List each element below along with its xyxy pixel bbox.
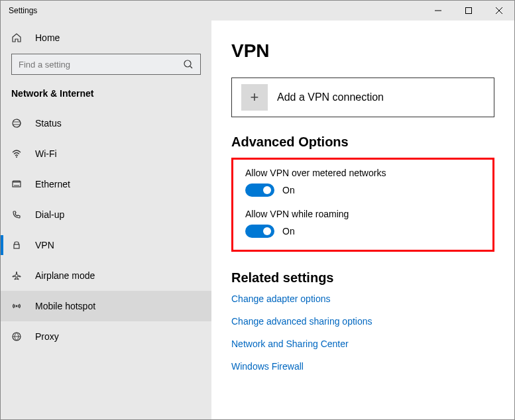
status-icon bbox=[11, 118, 25, 129]
search-icon bbox=[183, 59, 194, 70]
sidebar-item-label: Ethernet bbox=[35, 179, 70, 189]
vpn-icon bbox=[11, 240, 25, 250]
link-advanced-sharing[interactable]: Change advanced sharing options bbox=[231, 316, 494, 327]
metered-state: On bbox=[282, 185, 295, 195]
search-input[interactable] bbox=[11, 54, 201, 75]
svg-point-15 bbox=[16, 305, 18, 307]
sidebar: Home Network & Internet Status bbox=[1, 21, 211, 419]
sidebar-item-vpn[interactable]: VPN bbox=[1, 230, 211, 260]
sidebar-item-ethernet[interactable]: Ethernet bbox=[1, 169, 211, 199]
home-icon bbox=[11, 32, 25, 43]
roaming-toggle[interactable] bbox=[245, 225, 274, 238]
metered-toggle[interactable] bbox=[245, 184, 274, 197]
sidebar-item-label: Mobile hotspot bbox=[35, 301, 95, 311]
highlight-box: Allow VPN over metered networks On Allow… bbox=[231, 158, 494, 252]
roaming-label: Allow VPN while roaming bbox=[245, 209, 481, 219]
sidebar-item-label: Proxy bbox=[35, 331, 59, 342]
sidebar-item-airplane[interactable]: Airplane mode bbox=[1, 260, 211, 291]
window-titlebar: Settings bbox=[1, 1, 514, 21]
wifi-icon bbox=[11, 148, 25, 159]
link-adapter-options[interactable]: Change adapter options bbox=[231, 293, 494, 304]
sidebar-item-label: Wi-Fi bbox=[35, 148, 57, 159]
svg-rect-1 bbox=[466, 8, 472, 14]
main-content: VPN + Add a VPN connection Advanced Opti… bbox=[211, 21, 514, 419]
window-minimize-button[interactable] bbox=[423, 1, 453, 21]
svg-point-4 bbox=[184, 60, 191, 67]
svg-line-5 bbox=[190, 66, 192, 68]
airplane-icon bbox=[11, 270, 25, 281]
link-windows-firewall[interactable]: Windows Firewall bbox=[231, 361, 494, 372]
related-settings-heading: Related settings bbox=[231, 270, 494, 286]
dialup-icon bbox=[11, 209, 25, 220]
hotspot-icon bbox=[11, 301, 25, 311]
home-button[interactable]: Home bbox=[1, 26, 211, 50]
sidebar-item-label: Status bbox=[35, 118, 62, 129]
sidebar-item-label: Airplane mode bbox=[35, 270, 95, 281]
window-title: Settings bbox=[1, 6, 423, 15]
sidebar-item-dialup[interactable]: Dial-up bbox=[1, 199, 211, 230]
svg-rect-14 bbox=[14, 244, 19, 248]
window-maximize-button[interactable] bbox=[453, 1, 484, 21]
sidebar-item-status[interactable]: Status bbox=[1, 108, 211, 138]
advanced-options-heading: Advanced Options bbox=[231, 134, 494, 150]
sidebar-nav: Status Wi-Fi Ethernet Dial-up VPN bbox=[1, 108, 211, 352]
window-close-button[interactable] bbox=[484, 1, 514, 21]
sidebar-item-hotspot[interactable]: Mobile hotspot bbox=[1, 291, 211, 321]
svg-point-7 bbox=[16, 156, 17, 158]
proxy-icon bbox=[11, 331, 25, 342]
page-title: VPN bbox=[231, 40, 494, 62]
home-label: Home bbox=[35, 32, 60, 43]
sidebar-section-label: Network & Internet bbox=[1, 81, 211, 108]
add-vpn-connection-button[interactable]: + Add a VPN connection bbox=[231, 78, 494, 117]
sidebar-item-wifi[interactable]: Wi-Fi bbox=[1, 138, 211, 169]
sidebar-item-proxy[interactable]: Proxy bbox=[1, 321, 211, 352]
add-vpn-label: Add a VPN connection bbox=[277, 91, 384, 103]
link-network-sharing-center[interactable]: Network and Sharing Center bbox=[231, 339, 494, 349]
ethernet-icon bbox=[11, 179, 25, 189]
metered-label: Allow VPN over metered networks bbox=[245, 168, 481, 178]
search-field[interactable] bbox=[19, 60, 183, 70]
roaming-state: On bbox=[282, 226, 295, 236]
plus-icon: + bbox=[241, 84, 268, 111]
sidebar-item-label: VPN bbox=[35, 240, 54, 250]
sidebar-item-label: Dial-up bbox=[35, 209, 64, 220]
